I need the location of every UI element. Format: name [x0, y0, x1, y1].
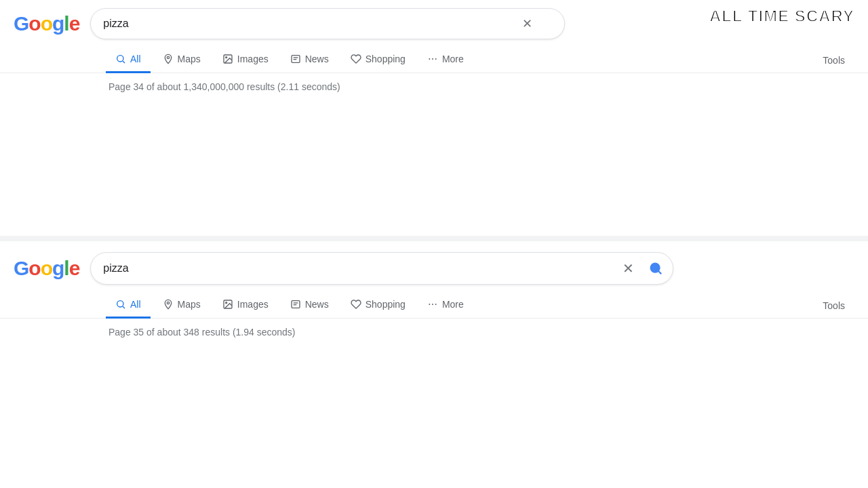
- top-nav-shopping-label: Shopping: [366, 54, 406, 64]
- bottom-nav-shopping[interactable]: Shopping: [341, 292, 415, 319]
- bottom-search-button[interactable]: [638, 252, 673, 285]
- top-maps-icon: [163, 54, 174, 64]
- bottom-nav-shopping-label: Shopping: [366, 299, 406, 310]
- svg-line-16: [123, 306, 125, 308]
- bottom-logo-o2: o: [41, 257, 52, 279]
- bottom-images-icon: [222, 299, 233, 310]
- svg-point-13: [651, 264, 660, 272]
- svg-point-15: [117, 301, 123, 307]
- bottom-search-container: ✕: [90, 252, 673, 285]
- top-nav-maps[interactable]: Maps: [153, 47, 210, 73]
- bottom-more-icon: [427, 299, 438, 310]
- bottom-nav-more[interactable]: More: [418, 292, 473, 319]
- bottom-results-info: Page 35 of about 348 results (1.94 secon…: [0, 319, 868, 346]
- google-logo-bottom[interactable]: Google: [14, 257, 79, 280]
- bottom-nav-maps[interactable]: Maps: [153, 292, 210, 319]
- top-header-row: Google ✕ ALL TIME SCARY: [0, 8, 868, 46]
- bottom-nav-tools[interactable]: Tools: [813, 293, 854, 318]
- bottom-nav-news-label: News: [305, 299, 329, 310]
- bottom-search-icon: [648, 261, 663, 276]
- top-more-icon: [427, 54, 438, 64]
- svg-point-25: [435, 304, 437, 305]
- google-logo-top[interactable]: Google: [14, 12, 79, 35]
- svg-point-6: [225, 57, 226, 58]
- top-section: Google ✕ ALL TIME SCARY All: [0, 0, 868, 100]
- top-nav-maps-label: Maps: [178, 54, 201, 64]
- top-news-icon: [290, 54, 301, 64]
- bottom-header-row: Google ✕: [0, 241, 868, 291]
- bottom-section: Google ✕ All Maps: [0, 241, 868, 346]
- bottom-news-icon: [290, 299, 301, 310]
- top-nav-news[interactable]: News: [281, 47, 338, 73]
- bottom-nav-images-label: Images: [237, 299, 269, 310]
- top-search-button[interactable]: [551, 12, 562, 37]
- svg-point-19: [225, 302, 226, 304]
- top-nav-images-label: Images: [237, 54, 269, 64]
- top-nav-row: All Maps Images News: [0, 46, 868, 73]
- top-nav-tools[interactable]: Tools: [813, 48, 854, 73]
- svg-point-12: [435, 58, 437, 60]
- svg-point-10: [429, 58, 430, 60]
- middle-space: [0, 100, 868, 236]
- bottom-logo-g2: g: [52, 257, 64, 279]
- bottom-nav-images[interactable]: Images: [213, 292, 278, 319]
- svg-point-4: [167, 56, 169, 58]
- section-divider: [0, 236, 868, 241]
- bottom-maps-icon: [163, 299, 174, 310]
- bottom-search-nav-icon: [115, 299, 126, 310]
- bottom-logo-g: G: [14, 257, 28, 279]
- bottom-nav-news[interactable]: News: [281, 292, 338, 319]
- top-nav-shopping[interactable]: Shopping: [341, 47, 415, 73]
- bottom-logo-l: l: [64, 257, 68, 279]
- svg-point-17: [167, 302, 169, 304]
- top-nav-all-label: All: [130, 54, 141, 64]
- top-nav-all[interactable]: All: [106, 47, 151, 73]
- bottom-nav-all-label: All: [130, 299, 141, 310]
- logo-g: G: [14, 12, 28, 35]
- watermark: ALL TIME SCARY: [709, 7, 854, 26]
- top-nav-images[interactable]: Images: [213, 47, 278, 73]
- svg-point-24: [432, 304, 433, 305]
- logo-l: l: [64, 12, 68, 35]
- logo-e: e: [69, 12, 80, 35]
- svg-line-3: [123, 61, 125, 63]
- bottom-logo-e: e: [69, 257, 80, 279]
- svg-line-14: [658, 271, 661, 274]
- bottom-nav-row: All Maps Images News: [0, 291, 868, 319]
- bottom-nav-more-label: More: [442, 299, 464, 310]
- svg-point-2: [117, 56, 123, 62]
- bottom-shopping-icon: [351, 299, 361, 310]
- bottom-logo-o1: o: [28, 257, 40, 279]
- bottom-nav-maps-label: Maps: [178, 299, 201, 310]
- top-clear-button[interactable]: ✕: [522, 18, 532, 30]
- bottom-nav-all[interactable]: All: [106, 292, 151, 319]
- top-images-icon: [222, 54, 233, 64]
- logo-o2: o: [41, 12, 52, 35]
- top-search-nav-icon: [115, 54, 126, 64]
- top-shopping-icon: [351, 54, 361, 64]
- logo-o1: o: [28, 12, 40, 35]
- svg-point-11: [432, 58, 433, 60]
- bottom-search-input[interactable]: [90, 252, 673, 285]
- svg-point-23: [429, 304, 430, 305]
- top-nav-more-label: More: [442, 54, 464, 64]
- top-nav-more[interactable]: More: [418, 47, 473, 73]
- top-nav-news-label: News: [305, 54, 329, 64]
- top-search-input[interactable]: [90, 8, 565, 39]
- top-search-container: ✕: [90, 8, 565, 39]
- bottom-clear-button[interactable]: ✕: [623, 260, 634, 277]
- logo-g2: g: [52, 12, 64, 35]
- top-results-info: Page 34 of about 1,340,000,000 results (…: [0, 73, 868, 100]
